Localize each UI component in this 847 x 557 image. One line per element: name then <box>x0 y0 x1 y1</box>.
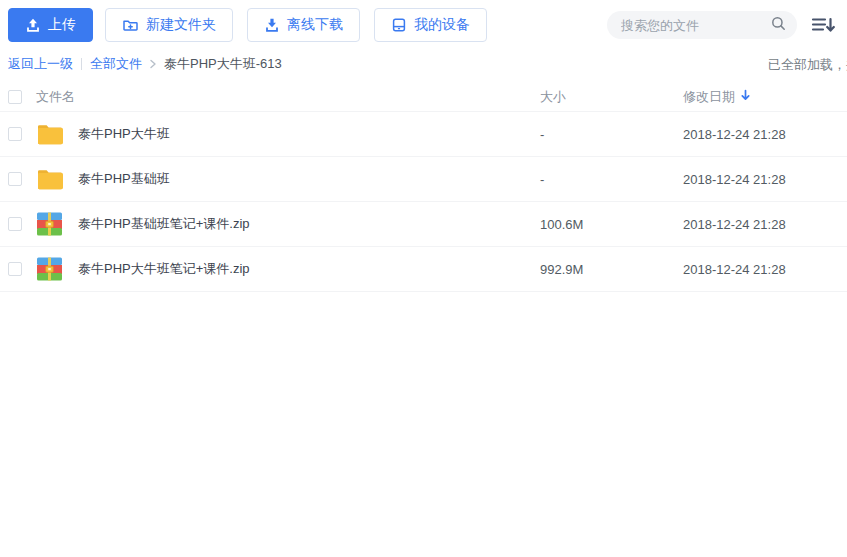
column-header-size[interactable]: 大小 <box>540 88 683 106</box>
file-date: 2018-12-24 21:28 <box>683 217 847 232</box>
breadcrumb-divider <box>81 58 82 70</box>
toolbar: 上传 新建文件夹 离线下载 我的设备 <box>0 0 847 42</box>
file-icon-cell <box>36 122 78 147</box>
sort-desc-icon[interactable] <box>740 89 751 104</box>
file-size: 992.9M <box>540 262 683 277</box>
file-name-link[interactable]: 泰牛PHP基础班 <box>78 170 540 188</box>
load-status-text: 已全部加载，共 <box>768 56 847 74</box>
my-devices-button[interactable]: 我的设备 <box>374 8 487 42</box>
breadcrumb-chevron-icon <box>149 59 157 69</box>
new-folder-button-label: 新建文件夹 <box>146 16 216 34</box>
search-input[interactable] <box>621 18 770 33</box>
search-box[interactable] <box>607 11 797 39</box>
upload-icon <box>25 17 41 33</box>
file-name-link[interactable]: 泰牛PHP大牛班 <box>78 125 540 143</box>
breadcrumb: 返回上一级 全部文件 泰牛PHP大牛班-613 <box>0 42 847 74</box>
new-folder-button[interactable]: 新建文件夹 <box>105 8 233 42</box>
row-checkbox[interactable] <box>8 172 22 186</box>
folder-icon <box>36 167 65 192</box>
folder-icon <box>36 122 65 147</box>
select-all-checkbox[interactable] <box>8 90 22 104</box>
upload-button[interactable]: 上传 <box>8 8 93 42</box>
file-date: 2018-12-24 21:28 <box>683 127 847 142</box>
download-icon <box>264 17 280 33</box>
row-checkbox[interactable] <box>8 217 22 231</box>
zip-file-icon <box>36 256 63 282</box>
view-sort-icon[interactable] <box>811 15 835 35</box>
breadcrumb-back-link[interactable]: 返回上一级 <box>8 55 73 73</box>
column-header-date-label: 修改日期 <box>683 88 735 106</box>
column-header-date[interactable]: 修改日期 <box>683 88 847 106</box>
table-row[interactable]: 泰牛PHP基础班 - 2018-12-24 21:28 <box>0 157 847 202</box>
zip-file-icon <box>36 211 63 237</box>
file-list: 泰牛PHP大牛班 - 2018-12-24 21:28 泰牛PHP基础班 - 2… <box>0 112 847 292</box>
file-date: 2018-12-24 21:28 <box>683 172 847 187</box>
row-checkbox[interactable] <box>8 262 22 276</box>
search-icon[interactable] <box>770 15 787 36</box>
breadcrumb-current-folder: 泰牛PHP大牛班-613 <box>164 55 282 73</box>
my-devices-button-label: 我的设备 <box>414 16 470 34</box>
row-checkbox[interactable] <box>8 127 22 141</box>
file-size: 100.6M <box>540 217 683 232</box>
upload-button-label: 上传 <box>48 16 76 34</box>
file-size: - <box>540 172 683 187</box>
file-manager-page: { "colors": { "accent": "#3a7af0", "fold… <box>0 0 847 557</box>
column-header-name[interactable]: 文件名 <box>36 88 540 106</box>
table-row[interactable]: 泰牛PHP基础班笔记+课件.zip 100.6M 2018-12-24 21:2… <box>0 202 847 247</box>
file-size: - <box>540 127 683 142</box>
device-icon <box>391 17 407 33</box>
file-name-link[interactable]: 泰牛PHP基础班笔记+课件.zip <box>78 215 540 233</box>
offline-download-button-label: 离线下载 <box>287 16 343 34</box>
file-icon-cell <box>36 211 78 237</box>
new-folder-icon <box>122 17 139 33</box>
offline-download-button[interactable]: 离线下载 <box>247 8 360 42</box>
file-name-link[interactable]: 泰牛PHP大牛班笔记+课件.zip <box>78 260 540 278</box>
file-icon-cell <box>36 167 78 192</box>
file-table-header: 文件名 大小 修改日期 <box>0 82 847 112</box>
table-row[interactable]: 泰牛PHP大牛班笔记+课件.zip 992.9M 2018-12-24 21:2… <box>0 247 847 292</box>
file-date: 2018-12-24 21:28 <box>683 262 847 277</box>
table-row[interactable]: 泰牛PHP大牛班 - 2018-12-24 21:28 <box>0 112 847 157</box>
breadcrumb-all-files-link[interactable]: 全部文件 <box>90 55 142 73</box>
file-icon-cell <box>36 256 78 282</box>
